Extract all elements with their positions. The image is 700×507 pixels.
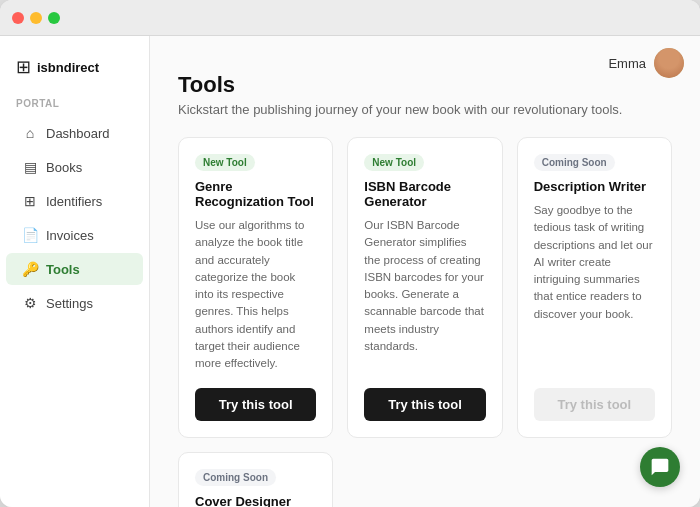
bottom-cards-row: Coming Soon Cover Designer Our AI Cover …: [178, 452, 672, 507]
card-isbn-generator: New Tool ISBN Barcode Generator Our ISBN…: [347, 137, 502, 438]
sidebar-item-tools[interactable]: 🔑 Tools: [6, 253, 143, 285]
sidebar-item-books[interactable]: ▤ Books: [6, 151, 143, 183]
card-title-4: Cover Designer: [195, 494, 316, 507]
sidebar-section-label: Portal: [0, 98, 149, 117]
main-content: Emma Tools Kickstart the publishing jour…: [150, 36, 700, 507]
card-cover-designer: Coming Soon Cover Designer Our AI Cover …: [178, 452, 333, 507]
sidebar-item-label: Identifiers: [46, 194, 102, 209]
sidebar-item-dashboard[interactable]: ⌂ Dashboard: [6, 117, 143, 149]
sidebar-item-settings[interactable]: ⚙ Settings: [6, 287, 143, 319]
minimize-dot[interactable]: [30, 12, 42, 24]
books-icon: ▤: [22, 159, 38, 175]
app-window: ⊞ isbndirect Portal ⌂ Dashboard ▤ Books …: [0, 0, 700, 507]
maximize-dot[interactable]: [48, 12, 60, 24]
card-description-writer: Coming Soon Description Writer Say goodb…: [517, 137, 672, 438]
badge-new-1: New Tool: [195, 154, 255, 171]
chat-icon: [650, 457, 670, 477]
card-title-1: Genre Recognization Tool: [195, 179, 316, 209]
logo-text: isbndirect: [37, 60, 99, 75]
badge-coming-soon-1: Coming Soon: [534, 154, 615, 171]
sidebar-item-label: Settings: [46, 296, 93, 311]
sidebar: ⊞ isbndirect Portal ⌂ Dashboard ▤ Books …: [0, 36, 150, 507]
settings-icon: ⚙: [22, 295, 38, 311]
app-body: ⊞ isbndirect Portal ⌂ Dashboard ▤ Books …: [0, 36, 700, 507]
invoices-icon: 📄: [22, 227, 38, 243]
card-desc-3: Say goodbye to the tedious task of writi…: [534, 202, 655, 372]
badge-coming-soon-2: Coming Soon: [195, 469, 276, 486]
sidebar-item-identifiers[interactable]: ⊞ Identifiers: [6, 185, 143, 217]
titlebar: [0, 0, 700, 36]
tools-icon: 🔑: [22, 261, 38, 277]
user-info: Emma: [608, 48, 684, 78]
logo-icon: ⊞: [16, 56, 31, 78]
chat-bubble-button[interactable]: [640, 447, 680, 487]
logo: ⊞ isbndirect: [0, 56, 149, 98]
home-icon: ⌂: [22, 125, 38, 141]
card-title-3: Description Writer: [534, 179, 655, 194]
try-tool-button-3: Try this tool: [534, 388, 655, 421]
header-row: Emma: [608, 48, 684, 78]
sidebar-item-invoices[interactable]: 📄 Invoices: [6, 219, 143, 251]
user-name: Emma: [608, 56, 646, 71]
identifiers-icon: ⊞: [22, 193, 38, 209]
close-dot[interactable]: [12, 12, 24, 24]
card-title-2: ISBN Barcode Generator: [364, 179, 485, 209]
avatar: [654, 48, 684, 78]
card-desc-2: Our ISBN Barcode Generator simplifies th…: [364, 217, 485, 372]
page-title: Tools: [178, 72, 672, 98]
page-subtitle: Kickstart the publishing journey of your…: [178, 102, 672, 117]
badge-new-2: New Tool: [364, 154, 424, 171]
sidebar-item-label: Tools: [46, 262, 80, 277]
card-desc-1: Use our algorithms to analyze the book t…: [195, 217, 316, 372]
sidebar-item-label: Dashboard: [46, 126, 110, 141]
avatar-face: [654, 48, 684, 78]
cards-grid: New Tool Genre Recognization Tool Use ou…: [178, 137, 672, 438]
sidebar-item-label: Invoices: [46, 228, 94, 243]
card-genre-tool: New Tool Genre Recognization Tool Use ou…: [178, 137, 333, 438]
try-tool-button-1[interactable]: Try this tool: [195, 388, 316, 421]
sidebar-item-label: Books: [46, 160, 82, 175]
try-tool-button-2[interactable]: Try this tool: [364, 388, 485, 421]
